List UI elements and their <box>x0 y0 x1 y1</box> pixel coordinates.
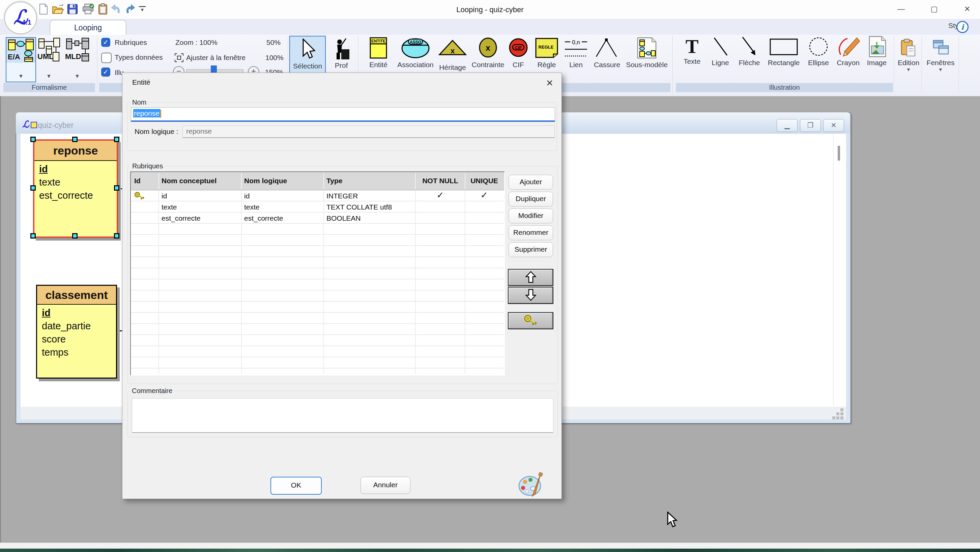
selection-handle[interactable] <box>114 233 119 239</box>
supprimer-button[interactable]: Supprimer <box>509 242 553 257</box>
tool-image[interactable]: Image <box>863 36 890 72</box>
tab-looping[interactable]: Looping <box>50 20 126 35</box>
modifier-button[interactable]: Modifier <box>509 209 553 223</box>
entity-reponse[interactable]: reponse id texte est_correcte <box>33 139 118 238</box>
redo-icon[interactable] <box>124 3 136 15</box>
selection-handle[interactable] <box>30 185 36 191</box>
tool-crayon[interactable]: Crayon <box>834 36 863 72</box>
selection-handle[interactable] <box>72 137 78 142</box>
selection-handle[interactable] <box>30 137 36 142</box>
formalism-ea-button[interactable]: E/A <box>6 37 36 64</box>
close-button[interactable]: ✕ <box>959 3 975 15</box>
tool-cassure[interactable]: Cassure <box>591 36 623 72</box>
maximize-button[interactable]: ▢ <box>926 3 942 15</box>
text-caret <box>160 110 161 118</box>
formalism-ea-dropdown[interactable]: ▼ <box>6 63 36 82</box>
tool-contrainte[interactable]: x Contrainte <box>469 36 506 72</box>
document-minimize-button[interactable]: ▁ <box>776 119 797 132</box>
tool-regle[interactable]: REGLE Règle <box>532 36 561 72</box>
check-icon: ✓ <box>103 68 108 76</box>
entity-classement[interactable]: classement id date_partie score temps <box>36 285 117 378</box>
resize-grip[interactable] <box>840 408 843 411</box>
rubriques-checkbox[interactable]: ✓ <box>101 38 110 47</box>
col-header-nom-logique[interactable]: Nom logique <box>244 172 287 190</box>
move-down-button[interactable] <box>508 287 554 304</box>
selection-handle[interactable] <box>114 185 119 191</box>
types-donnees-checkbox[interactable] <box>101 53 111 63</box>
toggle-key-button[interactable] <box>508 312 554 329</box>
tool-fleche[interactable]: Flèche <box>735 36 764 72</box>
table-row[interactable]: texte <box>162 201 177 212</box>
entite-icon: ENTITE <box>369 37 388 59</box>
svg-text:ASSO: ASSO <box>410 40 421 45</box>
fenetres-menu-button[interactable]: Fenêtres ▼ <box>924 36 957 72</box>
group-separator <box>673 37 673 93</box>
more-commands-icon[interactable]: ▼ <box>139 6 146 11</box>
undo-icon[interactable] <box>110 3 122 15</box>
illustrations-checkbox[interactable]: ✓ <box>101 67 110 77</box>
minimize-button[interactable]: — <box>893 3 909 15</box>
new-document-icon[interactable] <box>38 3 49 15</box>
fit-to-window-button[interactable]: Ajuster à la fenêtre <box>186 54 245 62</box>
move-up-button[interactable] <box>508 269 554 286</box>
info-icon[interactable]: i <box>956 21 969 33</box>
vertical-scrollbar-thumb[interactable] <box>838 146 840 161</box>
tool-heritage[interactable]: x Héritage <box>436 36 469 72</box>
fit-to-window-icon <box>175 53 183 64</box>
dupliquer-button[interactable]: Dupliquer <box>509 191 553 206</box>
selection-handle[interactable] <box>114 137 119 142</box>
open-folder-icon[interactable] <box>52 3 64 15</box>
document-restore-button[interactable]: ❐ <box>800 119 821 132</box>
table-row[interactable]: id <box>162 190 167 201</box>
group-separator <box>922 37 922 93</box>
ribbon-tab-row <box>0 19 980 35</box>
commentaire-textarea[interactable] <box>132 398 554 433</box>
dialog-close-icon[interactable]: ✕ <box>542 77 557 89</box>
document-close-button[interactable]: ✕ <box>823 119 844 132</box>
print-icon[interactable] <box>82 3 94 15</box>
col-header-not-null[interactable]: NOT NULL <box>415 172 465 190</box>
prof-tool-button[interactable]: Prof <box>326 36 357 72</box>
fenetres-windows-icon <box>931 38 950 57</box>
tool-rectangle[interactable]: Rectangle <box>765 36 803 72</box>
looping-app-logo[interactable]: ℒ 4.1 <box>4 2 37 34</box>
formalism-uml-dropdown[interactable]: ▼ <box>37 63 61 81</box>
annuler-button[interactable]: Annuler <box>361 477 410 494</box>
tool-association[interactable]: ASSO Association <box>395 36 436 72</box>
paste-clipboard-icon[interactable] <box>97 3 109 15</box>
zoom-preset-100[interactable]: 100% <box>266 54 283 62</box>
col-header-id[interactable]: Id <box>134 172 141 190</box>
desktop-wallpaper-sliver <box>0 549 980 552</box>
app-bottom-strip <box>0 542 980 549</box>
tool-lien[interactable]: 0,n Lien <box>563 36 590 72</box>
edition-menu-button[interactable]: Edition ▼ <box>896 36 921 72</box>
save-icon[interactable] <box>67 3 78 15</box>
formalism-uml-button[interactable]: UML <box>37 37 61 64</box>
zoom-preset-50[interactable]: 50% <box>266 38 281 46</box>
entity-attribute: est_correcte <box>34 190 117 201</box>
renommer-button[interactable]: Renommer <box>509 225 553 240</box>
col-header-unique[interactable]: UNIQUE <box>465 172 503 190</box>
tool-ellipse[interactable]: Ellipse <box>804 36 833 72</box>
window-title: Looping - quiz-cyber <box>0 5 980 14</box>
selection-handle[interactable] <box>72 233 78 239</box>
tool-texte[interactable]: T Texte <box>679 36 705 72</box>
tool-entite[interactable]: ENTITE Entité <box>361 36 395 72</box>
selection-handle[interactable] <box>30 233 36 239</box>
table-row[interactable]: est_correcte <box>162 212 200 224</box>
palette-icon[interactable] <box>517 472 545 499</box>
nom-input[interactable]: reponse <box>131 107 555 122</box>
not-null-check[interactable]: ✓ <box>415 190 465 201</box>
tool-ligne[interactable]: Ligne <box>707 36 734 72</box>
formalism-mld-button[interactable]: MLD <box>65 37 91 64</box>
unique-check[interactable]: ✓ <box>465 190 503 201</box>
col-header-type[interactable]: Type <box>326 172 342 190</box>
selection-tool-button[interactable]: Sélection <box>290 36 326 73</box>
formalism-mld-dropdown[interactable]: ▼ <box>65 63 90 81</box>
tool-cif[interactable]: CIF CIF <box>507 36 530 72</box>
ajouter-button[interactable]: Ajouter <box>509 175 553 190</box>
col-header-nom-conceptuel[interactable]: Nom conceptuel <box>162 172 216 190</box>
entity-attribute: date_partie <box>37 321 116 332</box>
ok-button[interactable]: OK <box>270 477 322 495</box>
tool-sous-modele[interactable]: Sous-modèle <box>624 36 670 72</box>
